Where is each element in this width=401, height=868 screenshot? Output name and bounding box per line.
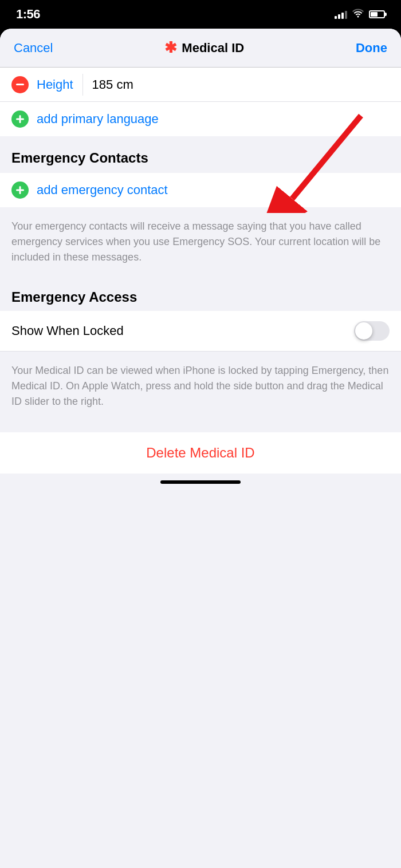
medical-asterisk-icon: ✱	[164, 39, 177, 57]
show-when-locked-label: Show When Locked	[11, 323, 124, 338]
show-when-locked-toggle[interactable]	[354, 321, 390, 341]
main-content: Cancel ✱ Medical ID Done Height 185 cm a…	[0, 29, 401, 868]
height-section: Height 185 cm add primary language	[0, 68, 401, 136]
delete-medical-id-button[interactable]: Delete Medical ID	[146, 445, 254, 461]
add-language-row[interactable]: add primary language	[0, 102, 401, 136]
nav-bar: Cancel ✱ Medical ID Done	[0, 29, 401, 68]
add-emergency-contact-label: add emergency contact	[37, 183, 168, 198]
plus-icon	[16, 115, 24, 123]
row-divider	[82, 74, 83, 96]
delete-section: Delete Medical ID	[0, 432, 401, 474]
home-bar	[160, 480, 241, 484]
access-table: Show When Locked	[0, 311, 401, 352]
home-indicator	[0, 474, 401, 495]
height-value: 185 cm	[92, 77, 133, 92]
access-info-text: Your Medical ID can be viewed when iPhon…	[0, 352, 401, 423]
plus-icon	[16, 186, 24, 194]
toggle-knob	[355, 322, 372, 340]
add-emergency-contact-row[interactable]: add emergency contact	[0, 173, 401, 207]
add-emergency-contact-button[interactable]	[11, 182, 29, 199]
add-language-button[interactable]	[11, 111, 29, 128]
add-language-label: add primary language	[37, 112, 159, 127]
status-icons	[335, 9, 385, 21]
done-button[interactable]: Done	[356, 41, 387, 56]
emergency-contacts-header: Emergency Contacts	[0, 136, 401, 173]
height-row[interactable]: Height 185 cm	[0, 68, 401, 102]
status-time: 1:56	[16, 7, 40, 22]
status-bar: 1:56	[0, 0, 401, 29]
battery-icon	[369, 10, 385, 18]
cancel-button[interactable]: Cancel	[14, 41, 53, 56]
emergency-access-section: Emergency Access Show When Locked Your M…	[0, 279, 401, 423]
page-title: Medical ID	[182, 41, 244, 56]
wifi-icon	[352, 9, 364, 21]
emergency-contacts-list: add emergency contact	[0, 173, 401, 207]
show-when-locked-row[interactable]: Show When Locked	[0, 311, 401, 352]
remove-height-button[interactable]	[11, 76, 29, 93]
emergency-access-header: Emergency Access	[0, 279, 401, 311]
emergency-contacts-section: Emergency Contacts add emergency contact	[0, 136, 401, 279]
signal-icon	[335, 10, 347, 19]
nav-title: ✱ Medical ID	[164, 39, 244, 57]
emergency-contacts-info: Your emergency contacts will receive a m…	[0, 207, 401, 279]
height-label: Height	[37, 77, 73, 92]
